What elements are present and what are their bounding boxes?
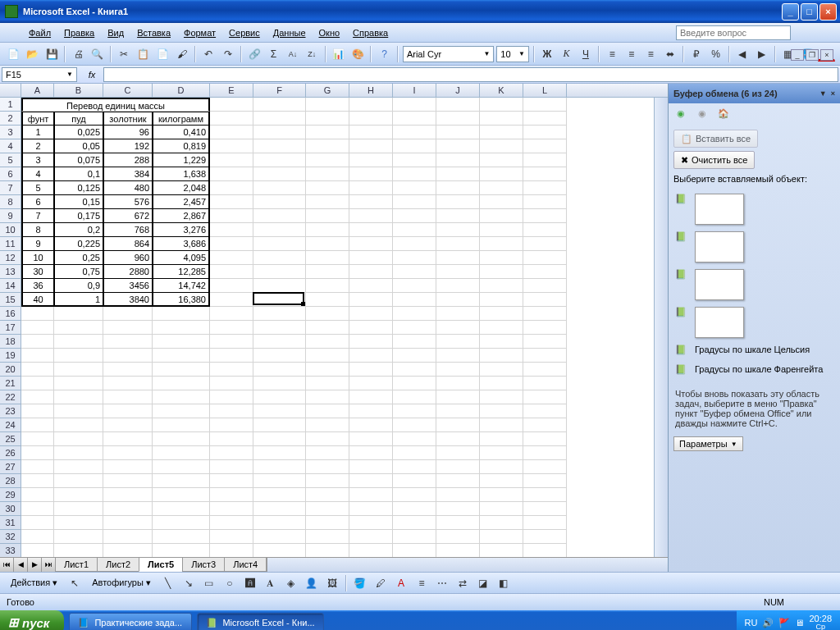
cell[interactable] (480, 293, 523, 307)
cell[interactable] (349, 209, 393, 223)
diagram-button[interactable]: ◈ (282, 574, 300, 592)
cell[interactable] (253, 195, 306, 209)
menu-edit[interactable]: Правка (58, 25, 100, 40)
cell[interactable] (349, 404, 393, 418)
menu-data[interactable]: Данные (267, 25, 312, 40)
cell[interactable] (253, 418, 306, 432)
merge-center-button[interactable]: ⬌ (661, 45, 678, 63)
column-header-K[interactable]: K (480, 84, 523, 97)
cell[interactable]: 2,867 (153, 209, 210, 223)
horizontal-scrollbar[interactable] (267, 558, 668, 572)
cell[interactable] (523, 390, 567, 404)
cell[interactable] (153, 460, 210, 474)
cell[interactable]: фунт (21, 112, 54, 126)
cell[interactable] (153, 488, 210, 502)
cell[interactable] (210, 335, 253, 349)
tray-network-icon[interactable]: 🖥 (795, 618, 804, 628)
cell[interactable] (523, 195, 567, 209)
cell[interactable]: 576 (103, 195, 153, 209)
cell[interactable] (306, 544, 349, 557)
row-header[interactable]: 33 (0, 544, 21, 557)
cell[interactable]: 6 (21, 195, 54, 209)
cell[interactable] (349, 223, 393, 237)
cell[interactable] (210, 377, 253, 390)
cell[interactable]: 36 (21, 279, 54, 293)
cell[interactable] (393, 293, 436, 307)
cell[interactable]: 480 (103, 181, 153, 195)
cell[interactable] (210, 390, 253, 404)
row-header[interactable]: 16 (0, 307, 21, 321)
cell[interactable] (393, 237, 436, 251)
cell[interactable] (210, 363, 253, 377)
cell[interactable] (436, 460, 480, 474)
cell[interactable] (480, 404, 523, 418)
task-pane-forward-button[interactable]: ◉ (693, 105, 711, 121)
cell[interactable] (436, 265, 480, 279)
row-header[interactable]: 28 (0, 474, 21, 488)
cell[interactable] (306, 181, 349, 195)
cell[interactable] (436, 251, 480, 265)
column-header-B[interactable]: B (54, 84, 103, 97)
cell[interactable] (523, 251, 567, 265)
insert-picture-button[interactable]: 🖼 (323, 574, 341, 592)
task-pane-menu-button[interactable]: ▼ × (819, 89, 835, 98)
cell[interactable] (349, 279, 393, 293)
cell[interactable] (21, 404, 54, 418)
column-header-G[interactable]: G (306, 84, 349, 97)
fill-button[interactable]: 🪣 (351, 574, 369, 592)
cell[interactable] (393, 502, 436, 516)
cell[interactable]: золотник (103, 112, 153, 126)
cell[interactable] (210, 544, 253, 557)
cell[interactable] (103, 390, 153, 404)
cell[interactable] (480, 209, 523, 223)
menu-view[interactable]: Вид (102, 25, 130, 40)
task-pane-home-button[interactable]: 🏠 (714, 105, 733, 121)
cell[interactable] (523, 139, 567, 153)
menu-window[interactable]: Окно (313, 25, 346, 40)
cell[interactable]: 0,075 (54, 153, 103, 167)
cell[interactable] (153, 544, 210, 557)
cell[interactable]: 0,25 (54, 251, 103, 265)
dash-style-button[interactable]: ⋯ (433, 574, 451, 592)
cell[interactable]: 192 (103, 139, 153, 153)
cell[interactable] (436, 516, 480, 530)
cell[interactable] (210, 98, 253, 112)
cell[interactable] (436, 544, 480, 557)
cell[interactable] (306, 223, 349, 237)
cell[interactable] (436, 446, 480, 460)
cell[interactable] (103, 544, 153, 557)
row-header[interactable]: 23 (0, 404, 21, 418)
format-painter-button[interactable]: 🖌 (174, 45, 190, 63)
taskbar-item-excel[interactable]: 📗 Microsoft Excel - Кни... (197, 613, 323, 630)
font-name-combo[interactable]: Arial Cyr▼ (403, 46, 494, 62)
cell[interactable] (103, 516, 153, 530)
cell[interactable] (253, 530, 306, 544)
cell[interactable] (210, 126, 253, 139)
align-center-button[interactable]: ≡ (623, 45, 640, 63)
cell[interactable] (306, 139, 349, 153)
row-header[interactable]: 25 (0, 432, 21, 446)
cell[interactable]: 2 (21, 139, 54, 153)
autoshapes-menu[interactable]: Автофигуры ▾ (86, 575, 157, 591)
help-search-input[interactable] (676, 25, 791, 40)
cell[interactable] (210, 112, 253, 126)
print-preview-button[interactable]: 🔍 (89, 45, 106, 63)
cell[interactable] (436, 307, 480, 321)
cell[interactable] (436, 139, 480, 153)
column-header-D[interactable]: D (153, 84, 210, 97)
cell[interactable] (103, 377, 153, 390)
cell[interactable] (393, 321, 436, 335)
cell[interactable]: 8 (21, 223, 54, 237)
cell[interactable] (480, 418, 523, 432)
cell[interactable] (103, 488, 153, 502)
cell[interactable] (210, 251, 253, 265)
cell[interactable] (480, 516, 523, 530)
row-header[interactable]: 18 (0, 335, 21, 349)
cell[interactable] (349, 418, 393, 432)
cell[interactable] (54, 432, 103, 446)
cell[interactable]: 12,285 (153, 265, 210, 279)
cell[interactable] (436, 98, 480, 112)
cell[interactable] (253, 488, 306, 502)
cell[interactable] (103, 321, 153, 335)
row-header[interactable]: 2 (0, 112, 21, 126)
